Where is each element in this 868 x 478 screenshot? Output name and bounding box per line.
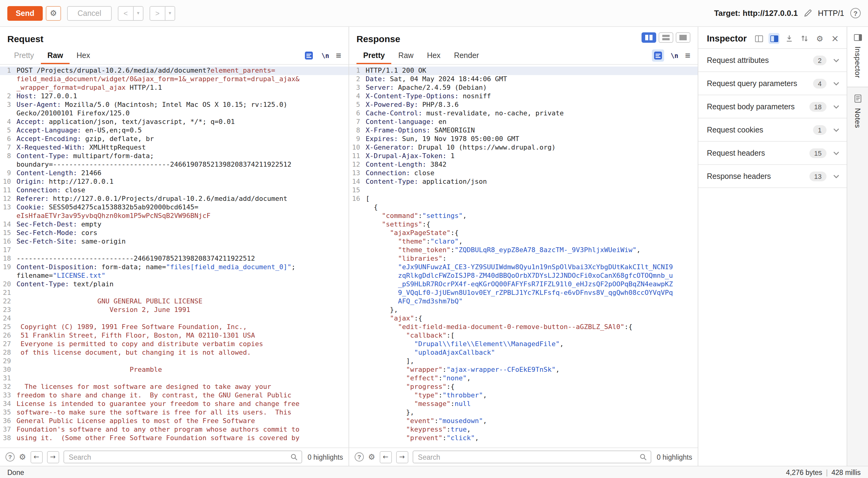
editor-line: 38using it. (Some other Free Software Fo… [0,434,348,443]
status-bar: Done 4,276 bytes | 428 millis [0,466,868,478]
editor-line: 25 Copyright (C) 1989, 1991 Free Softwar… [0,323,348,331]
inspector-section-request-attributes[interactable]: Request attributes2 [698,49,847,72]
request-tabs: PrettyRawHex [7,47,97,64]
inspector-section-request-headers[interactable]: Request headers15 [698,142,847,165]
editor-line: "wrapper":"ajax-wrapper--CFoEkE9TnSk", [349,366,698,374]
history-back-dropdown-button[interactable]: ▾ [133,6,144,21]
editor-line: 37Foundation's software and to any other… [0,425,348,434]
side-tab-notes[interactable]: Notes [847,87,868,137]
editor-line: "Drupal\\file\\Element\\ManagedFile", [349,340,698,349]
editor-line: AFQ_c7md3shm7bQ" [349,297,698,306]
inspector-layout-right-icon[interactable] [769,33,779,44]
target-label: Target: [714,8,740,18]
search-prev-button[interactable]: ← [30,451,42,463]
editor-menu-icon[interactable]: ≡ [685,51,690,60]
editor-line: 13Cookie: SESS05d4275ca1538832b5ab92000b… [0,203,348,212]
request-editor[interactable]: 1POST /Projects/drupal-10.2.6/media/add/… [0,65,348,447]
editor-line: 9Content-Length: 21466 [0,169,348,178]
tab-render[interactable]: Render [447,47,486,64]
layout-single-button[interactable] [676,32,690,43]
editor-line: }, [349,306,698,315]
editor-line: 7Content-language: en [349,118,698,126]
editor-line: 3User-Agent: Mozilla/5.0 (Macintosh; Int… [0,101,348,109]
editor-menu-icon[interactable]: ≡ [336,51,341,60]
editor-line: "settings":{ [349,220,698,229]
editor-line: 31 [0,374,348,383]
editor-line: "edit-field-media-document-0-remove-butt… [349,323,698,331]
editor-line: 7X-Requested-With: XMLHttpRequest [0,144,348,152]
inspector-section-request-query-parameters[interactable]: Request query parameters4 [698,72,847,95]
response-search-input[interactable] [412,451,651,464]
editor-line: 5X-Powered-By: PHP/8.3.6 [349,101,698,109]
inspector-section-request-body-parameters[interactable]: Request body parameters18 [698,95,847,118]
layout-columns-button[interactable] [642,32,656,43]
search-settings-icon[interactable]: ⚙ [368,453,375,461]
search-field-wrap [63,451,302,464]
newline-toggle-icon[interactable]: \n [321,52,329,59]
history-forward-button[interactable]: > [150,6,165,21]
newline-toggle-icon[interactable]: \n [671,52,678,59]
request-highlights-count: 0 highlights [308,453,343,460]
search-prev-button[interactable]: ← [379,451,392,463]
editor-line: 2Date: Sat, 04 May 2024 18:44:06 GMT [349,75,698,84]
editor-line: boundary=-----------------------------24… [0,160,348,169]
tab-hex[interactable]: Hex [420,47,447,64]
tab-raw[interactable]: Raw [392,47,420,64]
inspector-section-label: Request body parameters [707,102,809,111]
inspector-layout-left-icon[interactable] [753,33,764,44]
search-icon [290,453,298,460]
send-settings-button[interactable]: ⚙ [46,6,61,21]
count-badge: 4 [813,79,827,88]
chevron-down-icon [833,128,839,131]
search-help-icon[interactable]: ? [355,452,364,461]
inspector-sections: Request attributes2Request query paramet… [698,48,847,188]
editor-line: "keypress":true, [349,425,698,434]
response-panel: Response PrettyRawHexRender [349,27,698,466]
history-forward-dropdown-button[interactable]: ▾ [165,6,175,21]
side-tab-inspector[interactable]: Inspector [847,27,868,87]
editor-line: 24 [0,315,348,323]
inspector-settings-icon[interactable]: ⚙ [814,33,825,44]
layout-rows-button[interactable] [659,32,673,43]
send-button[interactable]: Send [7,6,43,21]
editor-line: 8X-Frame-Options: SAMEORIGIN [349,126,698,135]
response-panel-header: Response [349,27,698,47]
editor-line: 13Connection: close [349,169,698,178]
expand-all-icon[interactable] [799,33,810,44]
edit-target-icon[interactable] [804,9,812,17]
search-settings-icon[interactable]: ⚙ [19,453,26,461]
pretty-print-icon[interactable] [303,49,315,61]
cancel-button[interactable]: Cancel [67,6,112,21]
editor-line: "type":"throbber", [349,391,698,400]
search-next-button[interactable]: → [396,451,408,463]
collapse-all-icon[interactable] [784,33,795,44]
editor-line: 3Server: Apache/2.4.59 (Debian) [349,84,698,92]
response-search-bar: ? ⚙ ← → 0 highlights [349,447,698,466]
editor-line: 18-----------------------------246619078… [0,255,348,263]
http-version-label[interactable]: HTTP/1 [818,9,844,18]
chevron-down-icon: ▾ [169,10,171,16]
chevron-down-icon [833,105,839,108]
history-back-button[interactable]: < [118,6,134,21]
request-search-input[interactable] [63,451,302,464]
editor-line: 30 Preamble [0,366,348,374]
search-next-button[interactable]: → [47,451,59,463]
count-badge: 18 [809,102,827,112]
inspector-section-label: Request attributes [707,56,813,64]
help-icon[interactable]: ? [850,8,861,18]
forward-icon: > [155,9,160,18]
editor-line: _wrapper_format=drupal_ajax HTTP/1.1 [0,84,348,92]
inspector-section-request-cookies[interactable]: Request cookies1 [698,118,847,142]
search-help-icon[interactable]: ? [5,452,14,461]
inspector-close-icon[interactable]: × [830,33,840,44]
tab-raw[interactable]: Raw [40,47,70,64]
tab-pretty[interactable]: Pretty [356,47,392,64]
response-highlights-count: 0 highlights [657,453,692,460]
editor-line: 27 Everyone is permitted to copy and dis… [0,340,348,349]
tab-pretty[interactable]: Pretty [7,47,40,64]
inspector-section-response-headers[interactable]: Response headers13 [698,165,847,188]
tab-hex[interactable]: Hex [70,47,97,64]
pretty-print-icon[interactable] [652,49,664,61]
editor-line: 14Content-Type: application/json [349,178,698,186]
response-editor[interactable]: 1HTTP/1.1 200 OK2Date: Sat, 04 May 2024 … [349,65,698,447]
